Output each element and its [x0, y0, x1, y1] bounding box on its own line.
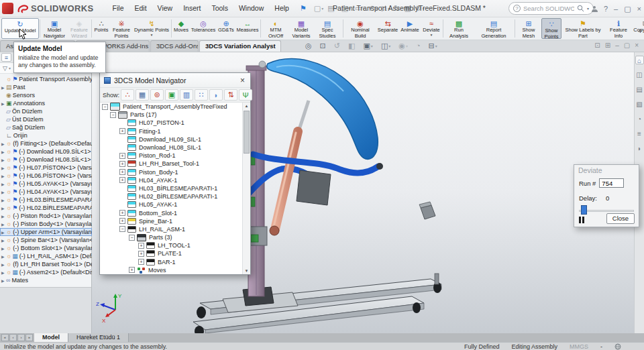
dropdown-caret-icon[interactable]: ▾: [388, 44, 390, 48]
navigator-tree-item[interactable]: + BAR-1: [100, 258, 250, 266]
previous-view-icon[interactable]: ↺▾: [332, 42, 342, 50]
expander-icon[interactable]: +: [138, 259, 144, 265]
moves-button[interactable]: ◆Moves▼: [172, 18, 190, 39]
search-dropdown-icon[interactable]: ▾: [587, 6, 589, 11]
navigator-tree-item[interactable]: − Parts (3): [100, 233, 250, 241]
expander-icon[interactable]: +: [138, 251, 144, 257]
feature-tree-item[interactable]: ▶ ☼ ⚑ (-) HL06.PİSTON<1> (Varsayıl: [0, 172, 92, 180]
navigator-tree-item[interactable]: HL02_BİRLESMEAPARATI-1: [100, 192, 250, 200]
navigator-tree-item[interactable]: HL03_BİRLESMEAPARATI-1: [100, 184, 250, 192]
expander-icon[interactable]: +: [119, 128, 125, 134]
expand-arrow-icon[interactable]: ▶: [1, 150, 6, 154]
feature-tree-item[interactable]: ▱ Ön Düzlem: [0, 107, 92, 115]
spec-studies-button[interactable]: ▤Spec Studies▼: [313, 18, 342, 39]
last-tab-icon[interactable]: »: [25, 334, 33, 341]
show-mesh-icon[interactable]: ◗: [209, 89, 223, 101]
expander-icon[interactable]: −: [102, 104, 108, 110]
dropdown-caret-icon[interactable]: ▾: [435, 44, 437, 48]
expand-arrow-icon[interactable]: ▶: [1, 174, 6, 178]
show-labels-by-part-button[interactable]: ⚑Show Labels by Part▼: [561, 18, 604, 39]
ribbon-tab[interactable]: 3DCS Variation Analyst: [199, 40, 281, 52]
feature-tree-item[interactable]: ▶ ☼ (-) Spine Bar<1> (Varsayılan<<Va: [0, 236, 92, 244]
feature-wizard-button[interactable]: ◈Feature Wizard▼: [68, 18, 91, 39]
navigator-tree-item[interactable]: − Patient_Transport_AssemblyTreeFixed: [100, 103, 250, 111]
design-library-icon[interactable]: ▤: [635, 85, 644, 94]
expand-arrow-icon[interactable]: ▶: [1, 158, 6, 162]
menu-item[interactable]: Edit: [129, 0, 152, 17]
feature-points-button[interactable]: ※Feature Points▼: [110, 18, 133, 39]
forum-icon[interactable]: ◗: [635, 144, 644, 153]
show-points-button[interactable]: ∵Show Points▼: [541, 18, 561, 39]
expand-arrow-icon[interactable]: ▶: [1, 230, 6, 235]
navigator-tree-item[interactable]: + LH_TOOL-1: [100, 241, 250, 249]
report-generation-button[interactable]: ▤Report Generation▼: [474, 18, 514, 39]
zoom-to-fit-icon[interactable]: ◎▾: [303, 42, 314, 50]
run-analysis-button[interactable]: ▩Run Analysis▼: [444, 18, 474, 39]
doc-restore-icon[interactable]: ▢: [624, 42, 630, 49]
navigator-tree-item[interactable]: + Spine_Bar-1: [100, 217, 250, 225]
next-tab-icon[interactable]: ›: [17, 334, 25, 341]
expand-arrow-icon[interactable]: ▶: [1, 166, 6, 170]
expand-arrow-icon[interactable]: ▶: [1, 85, 6, 90]
navigator-tree-item[interactable]: + LH_RH_Barset_Tool-1: [100, 160, 250, 168]
menu-item[interactable]: Window: [233, 0, 269, 17]
menu-item[interactable]: View: [152, 0, 178, 17]
expander-icon[interactable]: −: [129, 235, 135, 241]
feature-tree-item[interactable]: ☼ ⚑ Patient Transport AssemblyTreeFi: [0, 75, 92, 83]
3d-content-globe-icon[interactable]: [614, 343, 621, 350]
scroll-down-icon[interactable]: ▼: [243, 268, 250, 274]
close-button[interactable]: ×: [637, 5, 641, 13]
filter-caret-icon[interactable]: ▾: [9, 66, 11, 70]
zoom-to-area-icon[interactable]: ⊡▾: [318, 42, 328, 50]
animate-button[interactable]: ▶Animate▼: [399, 18, 421, 39]
feature-tree-item[interactable]: ▱ Sağ Düzlem: [0, 123, 92, 131]
pin-icon[interactable]: ⚑: [300, 4, 307, 13]
expander-icon[interactable]: −: [119, 226, 125, 232]
navigator-tree-item[interactable]: Download_HL08_SIL-1: [100, 143, 250, 152]
model-navigator-button[interactable]: ▣Model Navigator▼: [41, 18, 68, 39]
navigator-tree-item[interactable]: HL05_AYAK-1: [100, 200, 250, 209]
feature-tree-item[interactable]: ▶ ☼ ⚑ (-) HL07.PİSTON<1> (Varsayıl: [0, 164, 92, 172]
mtm-onoff-button[interactable]: ◐MTM On/Off▼: [262, 18, 290, 39]
first-tab-icon[interactable]: «: [1, 334, 9, 341]
feature-tree-item[interactable]: ▶ ☼ (-) Piston Rod<1> (Varsayılan<<: [0, 212, 92, 220]
expand-arrow-icon[interactable]: ▶: [1, 278, 6, 283]
run-number-input[interactable]: [599, 178, 624, 188]
navigator-scrollbar[interactable]: ▲ ▼: [242, 103, 250, 274]
navigator-tree-item[interactable]: + Fitting-1: [100, 127, 250, 135]
separate-button[interactable]: ⇆Separate▼: [376, 18, 399, 39]
expand-arrow-icon[interactable]: ▶: [1, 262, 6, 267]
model-variants-button[interactable]: ▦Model Variants▼: [290, 18, 313, 39]
feature-tree-item[interactable]: ▶ ☼ ⚑ (-) Download HL08.SİL<1> (Va: [0, 156, 92, 164]
toolbar-overflow-chevron[interactable]: »: [638, 27, 642, 34]
expand-arrow-icon[interactable]: ▶: [1, 182, 6, 186]
dropdown-caret-icon[interactable]: ▾: [406, 44, 408, 48]
expander-icon[interactable]: +: [119, 169, 125, 175]
navigator-tree-item[interactable]: + HL04_AYAK-1: [100, 176, 250, 184]
new-document-icon[interactable]: ▢▾: [312, 4, 325, 13]
expand-arrow-icon[interactable]: ▶: [1, 198, 6, 202]
expander-icon[interactable]: +: [138, 243, 144, 249]
show-tolerances-icon[interactable]: ⊚: [150, 89, 164, 101]
gdts-button[interactable]: ⊕GD&Ts▼: [217, 18, 235, 39]
expander-icon[interactable]: +: [119, 177, 125, 183]
scrollbar-thumb[interactable]: [244, 111, 250, 154]
expander-icon[interactable]: +: [119, 218, 125, 224]
expand-arrow-icon[interactable]: ▶: [1, 238, 6, 243]
navigator-tree-item[interactable]: Download_HL09_SIL-1: [100, 135, 250, 143]
dropdown-caret-icon[interactable]: ▼: [150, 34, 154, 37]
feature-tree-item[interactable]: ▶ ▣ Annotations: [0, 99, 92, 107]
dynamic-points-button[interactable]: ↯Dynamic Points▼: [133, 18, 170, 39]
show-mesh-button[interactable]: ⊞Show Mesh▼: [516, 18, 541, 39]
display-style-icon[interactable]: ◫▾: [379, 42, 392, 50]
deviate-close-button[interactable]: Close: [606, 213, 635, 224]
points-button[interactable]: ∴Points▼: [93, 18, 110, 39]
menu-item[interactable]: Help: [269, 0, 294, 17]
expand-arrow-icon[interactable]: ▶: [1, 246, 6, 251]
dropdown-caret-icon[interactable]: ▾: [321, 6, 323, 11]
hide-show-items-icon[interactable]: ◉▾: [396, 42, 410, 50]
expand-arrow-icon[interactable]: ▶: [1, 270, 6, 275]
feature-tree-item[interactable]: ▶ ☼ ▦ (-) Assem2<1> (Default<Display: [0, 268, 92, 276]
expander-icon[interactable]: +: [119, 210, 125, 216]
navigator-tree-item[interactable]: + Moves: [100, 266, 250, 274]
